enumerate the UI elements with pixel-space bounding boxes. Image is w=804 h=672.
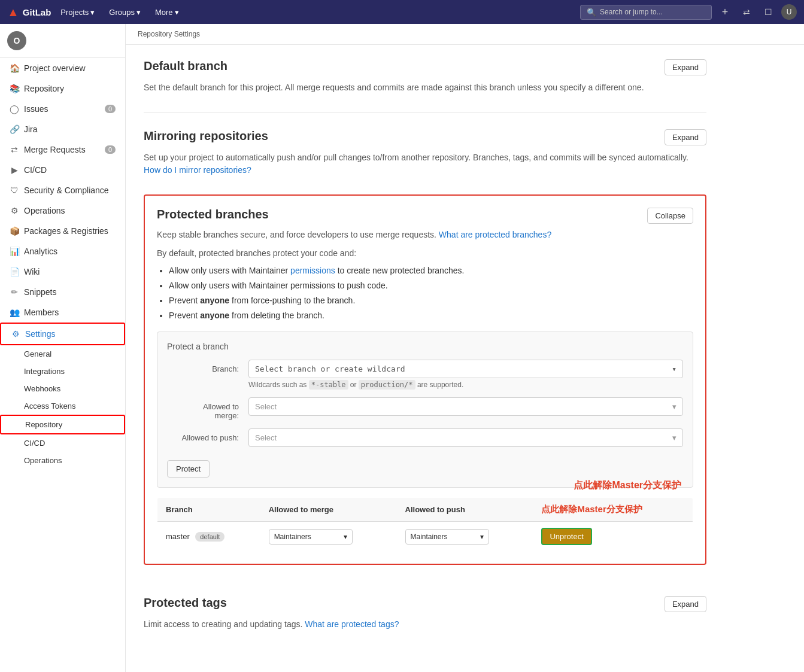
- issues-icon: ◯: [10, 104, 19, 114]
- branches-table-container: 点此解除Master分支保护 Branch Allowed to merge A…: [157, 497, 693, 552]
- col-branch: Branch: [157, 498, 260, 522]
- search-box[interactable]: 🔍 Search or jump to...: [580, 5, 712, 20]
- chevron-down-icon: ▾: [344, 533, 347, 541]
- home-icon: 🏠: [10, 63, 19, 73]
- sidebar-item-jira[interactable]: 🔗 Jira: [0, 119, 125, 139]
- sidebar-item-packages-registries[interactable]: 📦 Packages & Registries: [0, 221, 125, 241]
- sidebar-subitem-access-tokens[interactable]: Access Tokens: [0, 397, 125, 415]
- sidebar: O 🏠 Project overview 📚 Repository ◯ Issu…: [0, 24, 126, 672]
- protected-branches-title: Protected branches: [157, 208, 269, 221]
- sidebar-item-merge-requests[interactable]: ⇄ Merge Requests 0: [0, 139, 125, 160]
- merge-dropdown[interactable]: Maintainers ▾: [269, 529, 353, 545]
- sidebar-subitem-cicd[interactable]: CI/CD: [0, 434, 125, 452]
- mirroring-desc: Set up your project to automatically pus…: [144, 151, 706, 177]
- settings-sub-menu: General Integrations Webhooks Access Tok…: [0, 345, 125, 469]
- protected-branches-bullets: Allow only users with Maintainer permiss…: [169, 264, 693, 322]
- sidebar-item-members[interactable]: 👥 Members: [0, 302, 125, 323]
- default-branch-expand-button[interactable]: Expand: [665, 59, 706, 75]
- default-branch-desc: Set the default branch for this project.…: [144, 81, 706, 94]
- branch-input-area: Select branch or create wildcard ▾ Wildc…: [248, 360, 683, 389]
- sidebar-subitem-general[interactable]: General: [0, 345, 125, 363]
- sidebar-item-analytics[interactable]: 📊 Analytics: [0, 241, 125, 261]
- push-select[interactable]: Select ▾: [248, 428, 683, 447]
- nav-more[interactable]: More ▾: [150, 5, 184, 19]
- book-icon: 📚: [10, 84, 19, 93]
- annotation-inline: 点此解除Master分支保护: [541, 504, 642, 514]
- push-input-area: Select ▾: [248, 428, 683, 447]
- mirroring-title: Mirroring repositories: [144, 129, 268, 143]
- cicd-icon: ▶: [10, 165, 19, 175]
- protected-tags-expand-button[interactable]: Expand: [665, 596, 706, 612]
- push-form-row: Allowed to push: Select ▾: [167, 428, 683, 447]
- sidebar-subitem-integrations[interactable]: Integrations: [0, 363, 125, 380]
- protected-branches-collapse-button[interactable]: Collapse: [647, 208, 693, 224]
- breadcrumb: Repository Settings: [126, 24, 804, 45]
- settings-icon: ⚙: [11, 329, 20, 339]
- chevron-down-icon: ▾: [672, 402, 676, 411]
- avatar: O: [7, 31, 26, 50]
- protected-branches-link[interactable]: What are protected branches?: [439, 230, 551, 239]
- protect-button[interactable]: Protect: [167, 460, 210, 478]
- sidebar-item-issues[interactable]: ◯ Issues 0: [0, 99, 125, 119]
- gitlab-logo[interactable]: ▲ GitLab: [7, 5, 51, 19]
- user-avatar-icon[interactable]: U: [781, 4, 797, 20]
- protected-tags-section: Protected tags Expand Limit access to cr…: [126, 596, 724, 667]
- sidebar-item-settings[interactable]: ⚙ Settings: [0, 323, 125, 345]
- sidebar-item-wiki[interactable]: 📄 Wiki: [0, 261, 125, 282]
- jira-icon: 🔗: [10, 124, 19, 134]
- sidebar-subitem-operations[interactable]: Operations: [0, 452, 125, 469]
- sidebar-subitem-webhooks[interactable]: Webhooks: [0, 380, 125, 397]
- chevron-down-icon: ▾: [480, 533, 484, 541]
- search-icon: 🔍: [587, 8, 596, 17]
- mirror-help-link[interactable]: How do I mirror repositories?: [144, 165, 251, 175]
- protected-branches-desc1: Keep stable branches secure, and force d…: [157, 229, 693, 241]
- nav-projects[interactable]: Projects ▾: [56, 5, 99, 19]
- mirroring-section: Mirroring repositories Expand Set up you…: [144, 129, 706, 177]
- mirroring-expand-button[interactable]: Expand: [665, 129, 706, 145]
- sidebar-item-project-overview[interactable]: 🏠 Project overview: [0, 58, 125, 78]
- chevron-down-icon: ▾: [672, 433, 676, 442]
- bullet-2: Allow only users with Maintainer permiss…: [169, 279, 693, 292]
- table-body: master default Maintainers ▾: [157, 522, 693, 552]
- branch-select[interactable]: Select branch or create wildcard ▾: [248, 360, 683, 378]
- default-branch-section: Default branch Expand Set the default br…: [144, 59, 706, 94]
- merge-request-icon[interactable]: ⇄: [738, 4, 755, 20]
- merge-input-area: Select ▾: [248, 397, 683, 416]
- sidebar-subitem-repository[interactable]: Repository: [0, 415, 125, 434]
- divider-1: [144, 112, 706, 112]
- sidebar-item-cicd[interactable]: ▶ CI/CD: [0, 160, 125, 180]
- protected-branches-desc2: By default, protected branches protect y…: [157, 247, 693, 260]
- default-branch-header: Default branch Expand: [144, 59, 706, 75]
- todo-icon[interactable]: ☐: [760, 4, 776, 20]
- members-icon: 👥: [10, 308, 19, 317]
- chevron-down-icon: ▾: [175, 8, 179, 17]
- chevron-down-icon: ▾: [136, 8, 141, 17]
- merge-label: Allowed tomerge:: [167, 397, 239, 420]
- action-cell: Unprotect: [533, 522, 693, 552]
- push-dropdown[interactable]: Maintainers ▾: [405, 529, 489, 545]
- sidebar-item-security-compliance[interactable]: 🛡 Security & Compliance: [0, 180, 125, 200]
- sidebar-item-snippets[interactable]: ✏ Snippets: [0, 282, 125, 302]
- merge-form-row: Allowed tomerge: Select ▾: [167, 397, 683, 420]
- unprotect-button[interactable]: Unprotect: [541, 528, 591, 545]
- sidebar-item-operations[interactable]: ⚙ Operations: [0, 200, 125, 221]
- permissions-link[interactable]: permissions: [290, 266, 335, 275]
- top-navigation: ▲ GitLab Projects ▾ Groups ▾ More ▾ 🔍 Se…: [0, 0, 804, 24]
- wiki-icon: 📄: [10, 267, 19, 276]
- snippet-icon: ✏: [10, 287, 19, 297]
- protected-tags-header-section: Protected tags Expand Limit access to cr…: [144, 596, 706, 631]
- logo-text: GitLab: [23, 7, 51, 17]
- package-icon: 📦: [10, 226, 19, 236]
- col-allowed-push: Allowed to push: [397, 498, 533, 522]
- table-row: master default Maintainers ▾: [157, 522, 693, 552]
- branch-cell: master default: [157, 522, 260, 552]
- plus-icon[interactable]: +: [717, 4, 733, 20]
- nav-groups[interactable]: Groups ▾: [104, 5, 145, 19]
- breadcrumb-current: Repository Settings: [138, 30, 200, 38]
- default-branch-title: Default branch: [144, 59, 227, 73]
- protected-tags-desc: Limit access to creating and updating ta…: [144, 618, 706, 631]
- protected-tags-link[interactable]: What are protected tags?: [305, 619, 399, 629]
- bullet-4: Prevent anyone from deleting the branch.: [169, 309, 693, 322]
- sidebar-item-repository[interactable]: 📚 Repository: [0, 78, 125, 99]
- merge-select[interactable]: Select ▾: [248, 397, 683, 416]
